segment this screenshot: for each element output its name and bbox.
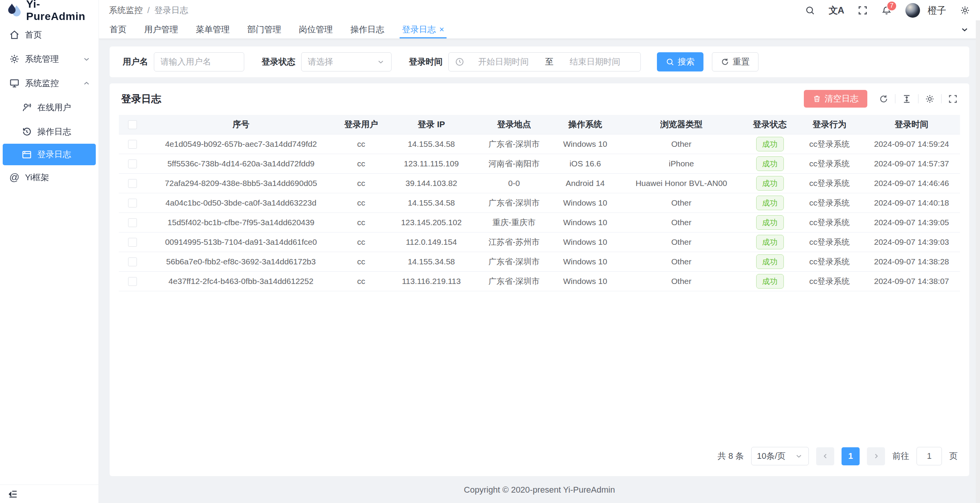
sidebar-item-online-users[interactable]: 在线用户 [0,95,98,120]
username-label[interactable]: 橙子 [928,4,946,17]
refresh-icon[interactable] [879,94,888,104]
goto-page-input[interactable] [917,447,942,465]
select-all-checkbox[interactable] [128,120,137,129]
header-select-cell [119,115,146,134]
row-checkbox[interactable] [128,257,137,266]
close-icon[interactable]: × [439,25,444,35]
cell-os: Android 14 [552,173,619,193]
row-checkbox[interactable] [128,218,137,227]
table-row[interactable]: 4a04c1bc-0d50-3bde-ca0f-3a14dd63223d cc … [119,193,960,212]
page-unit-label: 页 [949,450,958,462]
sidebar-item-system-monitor[interactable]: 系统监控 [0,71,98,95]
settings-gear-icon[interactable] [960,5,970,15]
table-row[interactable]: 4e37ff12-2fc4-b463-0fbb-3a14dd612252 cc … [119,271,960,291]
search-icon [666,58,674,66]
app-logo-row[interactable]: Yi-PureAdmin [0,0,98,20]
row-density-icon[interactable] [902,94,912,104]
cell-ip: 113.116.219.113 [386,271,477,291]
scrollbar[interactable] [976,20,980,503]
card-header: 登录日志 清空日志 [110,83,969,110]
col-id: 序号 [146,115,336,134]
app-logo-icon [6,2,22,18]
cell-user: cc [336,252,386,271]
username-input[interactable] [154,52,244,71]
tab-label: 用户管理 [144,24,178,35]
cell-os: iOS 16.6 [552,154,619,173]
cell-location: 河南省-南阳市 [477,154,552,173]
tab-dept-management[interactable]: 部门管理 [247,20,281,38]
row-checkbox[interactable] [128,159,137,168]
tab-menu-management[interactable]: 菜单管理 [196,20,230,38]
current-page-button[interactable]: 1 [842,447,860,465]
prev-page-button[interactable] [816,447,834,465]
column-settings-icon[interactable] [925,94,935,104]
row-checkbox[interactable] [128,199,137,208]
table-row[interactable]: 56b6a7e0-fbb2-ef8c-3692-3a14dd6172b3 cc … [119,252,960,271]
search-form-card: 用户名 登录状态 请选择 登录时间 开始日期时间 [110,46,969,77]
next-page-button[interactable] [867,447,885,465]
notification-badge: 7 [887,1,897,11]
row-checkbox[interactable] [128,277,137,286]
breadcrumb-parent[interactable]: 系统监控 [109,5,143,16]
login-log-table: 序号 登录用户 登录 IP 登录地点 操作系统 浏览器类型 登录状态 登录行为 … [119,115,960,291]
tab-login-log[interactable]: 登录日志 × [402,20,444,38]
cell-behavior: cc登录系统 [796,154,863,173]
cell-status: 成功 [744,134,796,154]
cell-id: 00914995-513b-7104-da91-3a14dd61fce0 [146,232,336,252]
notifications-button[interactable]: 7 [882,5,892,15]
maximize-icon[interactable] [948,94,958,104]
sidebar-item-yi-framework[interactable]: @ Yi框架 [0,165,98,189]
row-checkbox[interactable] [128,140,137,149]
tab-post-management[interactable]: 岗位管理 [299,20,333,38]
table-row[interactable]: 4e1d0549-b092-657b-aec7-3a14dd749fd2 cc … [119,134,960,154]
cell-os: Windows 10 [552,193,619,212]
time-field-group: 登录时间 开始日期时间 至 结束日期时间 [409,52,641,71]
status-badge: 成功 [756,176,784,191]
tab-user-management[interactable]: 用户管理 [144,20,178,38]
clear-log-button[interactable]: 清空日志 [804,90,867,108]
cell-behavior: cc登录系统 [796,134,863,154]
login-status-select[interactable]: 请选择 [301,52,392,71]
tab-home[interactable]: 首页 [110,20,127,38]
row-checkbox[interactable] [128,179,137,188]
col-user: 登录用户 [336,115,386,134]
cell-location: 广东省-深圳市 [477,271,552,291]
goto-label: 前往 [892,450,909,462]
table-row[interactable]: 00914995-513b-7104-da91-3a14dd61fce0 cc … [119,232,960,252]
table-row[interactable]: 15d5f402-bc1b-cfbe-7f95-3a14dd620439 cc … [119,212,960,232]
tabs-more-button[interactable] [960,20,969,38]
reset-button[interactable]: 重置 [712,52,758,71]
table-container: 序号 登录用户 登录 IP 登录地点 操作系统 浏览器类型 登录状态 登录行为 … [110,110,969,442]
page-size-select[interactable]: 10条/页 [751,447,809,465]
gear-icon [9,54,20,64]
cell-location: 广东省-深圳市 [477,252,552,271]
table-row[interactable]: 5ff5536c-738b-4d14-620a-3a14dd72fdd9 cc … [119,154,960,173]
search-icon[interactable] [805,5,815,15]
date-range-picker[interactable]: 开始日期时间 至 结束日期时间 [448,52,641,71]
sidebar-item-label: 系统监控 [25,78,59,89]
translate-icon[interactable]: 文A [829,4,844,17]
user-avatar[interactable] [905,3,920,18]
row-checkbox[interactable] [128,238,137,247]
sidebar-item-home[interactable]: 首页 [0,23,98,47]
col-location: 登录地点 [477,115,552,134]
sidebar-item-operation-log[interactable]: 操作日志 [0,120,98,144]
sidebar-item-system-management[interactable]: 系统管理 [0,47,98,71]
online-user-icon [22,102,32,113]
tab-operation-log[interactable]: 操作日志 [350,20,384,38]
cell-status: 成功 [744,252,796,271]
collapse-sidebar-icon[interactable] [8,489,18,500]
fullscreen-icon[interactable] [858,5,868,15]
col-status: 登录状态 [744,115,796,134]
topbar-actions: 文A 7 橙子 [805,3,970,18]
copyright-text: Copyright © 2020-present Yi-PureAdmin [464,485,615,495]
search-button[interactable]: 搜索 [657,52,703,71]
col-behavior: 登录行为 [796,115,863,134]
sidebar-footer [0,485,98,503]
cell-time: 2024-09-07 14:59:24 [863,134,960,154]
cell-location: 江苏省-苏州市 [477,232,552,252]
chevron-down-icon [795,452,803,460]
sidebar-item-login-log[interactable]: 登录日志 [3,144,96,165]
cell-select [119,212,146,232]
table-row[interactable]: 72afa294-8209-438e-8bb5-3a14dd690d05 cc … [119,173,960,193]
